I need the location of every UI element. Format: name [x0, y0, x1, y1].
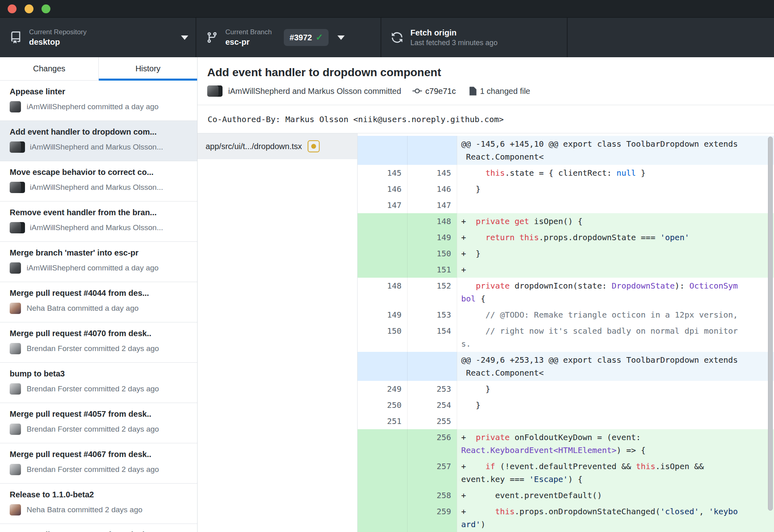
- commit-list-item[interactable]: Release to 1.1.0-beta2Neha Batra committ…: [0, 484, 197, 524]
- repository-name: desktop: [29, 37, 87, 47]
- commit-item-meta-text: Brendan Forster committed 2 days ago: [27, 465, 159, 474]
- code-token: s.: [461, 339, 471, 349]
- avatar: [10, 222, 25, 233]
- diff-code-line: private dropdownIcon(state: DropdownStat…: [461, 279, 768, 292]
- code-token: this: [520, 233, 539, 242]
- commit-item-title: Merge pull request #4067 from desk..: [10, 450, 190, 459]
- diff-code-line: + this.props.onDropdownStateChanged('clo…: [461, 505, 768, 518]
- commit-description: Co-Authored-By: Markus Olsson <niik@user…: [198, 105, 774, 133]
- diff-new-line-number: 150: [407, 245, 457, 262]
- diff-code-cell: + this.props.onDropdownStateChanged('clo…: [457, 503, 774, 532]
- avatar: [10, 182, 21, 193]
- commit-item-title: Release to 1.1.0-beta2: [10, 490, 190, 499]
- diff-code-line: + event.preventDefault(): [461, 489, 768, 502]
- code-token: ): [481, 520, 485, 529]
- branch-selector[interactable]: Current Branch esc-pr #3972 ✓: [196, 18, 381, 57]
- diff-code-line: + private get isOpen() {: [461, 215, 768, 228]
- code-token: onFoldoutKeyDown = (event:: [510, 432, 645, 442]
- tab-changes[interactable]: Changes: [0, 57, 99, 80]
- sidebar-tabs: Changes History: [0, 57, 197, 81]
- code-token: // @TODO: Remake triangle octicon in a 1…: [461, 310, 738, 320]
- avatar: [10, 504, 22, 515]
- avatar: [207, 85, 223, 97]
- code-token: event.key ===: [461, 474, 529, 484]
- diff-code-line: event.key === 'Escape') {: [461, 473, 768, 486]
- commit-list-item[interactable]: Merge pull request #4067 from desk..Bren…: [0, 443, 197, 484]
- diff-row: 258+ event.preventDefault(): [358, 487, 774, 503]
- commit-list-item[interactable]: Add event handler to dropdown com...iAmW…: [0, 121, 197, 161]
- code-token: @@ -145,6 +145,10 @@ export class Toolba…: [461, 139, 738, 149]
- code-token: ) => {: [616, 445, 645, 455]
- commit-item-title: Add event handler to dropdown com...: [10, 127, 190, 137]
- close-button[interactable]: [8, 4, 17, 13]
- commit-item-meta: iAmWillShepherd committed a day ago: [10, 262, 190, 274]
- commit-list-item[interactable]: Merge pull request #4057 from desk..Bren…: [0, 403, 197, 443]
- code-token: {: [476, 294, 485, 303]
- code-token: ) {: [568, 474, 583, 484]
- pr-number: #3972: [289, 33, 312, 42]
- avatar: [10, 262, 22, 274]
- code-token: [514, 233, 519, 242]
- diff-code-cell: [457, 197, 774, 213]
- repository-selector[interactable]: Current Repository desktop: [0, 18, 196, 57]
- diff-code-line: }: [461, 382, 768, 395]
- commit-item-meta: iAmWillShepherd and Markus Olsson...: [10, 182, 190, 193]
- commit-item-title: Appease linter: [10, 87, 190, 96]
- diff-old-line-number: 145: [358, 165, 407, 181]
- commit-item-meta-text: iAmWillShepherd committed a day ago: [27, 264, 158, 272]
- diff-code-line: [461, 415, 768, 428]
- branch-name: esc-pr: [225, 37, 272, 47]
- diff-row: 148152 private dropdownIcon(state: Dropd…: [358, 278, 774, 307]
- diff-code-line: + }: [461, 247, 768, 260]
- diff-row: 147147: [358, 197, 774, 213]
- commit-list-item[interactable]: Merge pull request #4044 from des...Neha…: [0, 282, 197, 322]
- toolbar: Current Repository desktop Current Branc…: [0, 18, 774, 57]
- code-token: null: [616, 168, 636, 178]
- avatar: [10, 222, 21, 233]
- commit-list-item[interactable]: Merge branch 'master' into esc-priAmWill…: [0, 242, 197, 282]
- diff-row: 250254 }: [358, 397, 774, 413]
- diff-row: 145145 this.state = { clientRect: null }: [358, 165, 774, 181]
- diff-old-line-number: 147: [358, 197, 407, 213]
- commit-item-meta-text: Brendan Forster committed 2 days ago: [27, 344, 159, 353]
- commit-list-item[interactable]: Merge pull request #4070 from desk..Bren…: [0, 322, 197, 363]
- scrollbar[interactable]: [768, 137, 773, 511]
- diff-code-line: // @TODO: Remake triangle octicon in a 1…: [461, 308, 768, 321]
- code-token: React.Component<: [461, 152, 544, 162]
- fetch-title: Fetch origin: [410, 28, 497, 37]
- avatar: [10, 303, 22, 314]
- toolbar-filler: [568, 18, 774, 57]
- commit-history-list: Appease linteriAmWillShepherd committed …: [0, 81, 197, 532]
- content: Changes History Appease linteriAmWillShe…: [0, 57, 774, 532]
- commit-list-item[interactable]: Remove event handler from the bran...iAm…: [0, 202, 197, 242]
- diff-code-line: React.KeyboardEvent<HTMLElement>) => {: [461, 444, 768, 457]
- diff-code-line: this.state = { clientRect: null }: [461, 166, 768, 179]
- commit-list-item[interactable]: Move escape behavior to correct co...iAm…: [0, 161, 197, 202]
- diff-code-cell: + private get isOpen() {: [457, 213, 774, 229]
- commit-meta: iAmWillShepherd and Markus Olsson commit…: [207, 85, 764, 97]
- commit-item-meta: Neha Batra committed a day ago: [10, 303, 190, 314]
- code-token: +: [461, 432, 476, 442]
- tab-history[interactable]: History: [99, 57, 197, 80]
- file-list-item[interactable]: app/src/ui/t.../dropdown.tsx: [198, 133, 357, 159]
- zoom-button[interactable]: [42, 4, 50, 13]
- code-token: +: [461, 265, 466, 274]
- chevron-down-icon: [337, 35, 345, 40]
- minimize-button[interactable]: [25, 4, 33, 13]
- diff-code-line: }: [461, 399, 768, 411]
- commit-list-item[interactable]: Appease linteriAmWillShepherd committed …: [0, 81, 197, 121]
- commit-list-item[interactable]: bump to beta3Brendan Forster committed 2…: [0, 363, 197, 403]
- fetch-origin-button[interactable]: Fetch origin Last fetched 3 minutes ago: [381, 18, 568, 57]
- sidebar: Changes History Appease linteriAmWillShe…: [0, 57, 198, 532]
- diff-new-line-number: 149: [407, 229, 457, 245]
- changed-files-list: app/src/ui/t.../dropdown.tsx: [198, 133, 358, 532]
- commit-item-title: Remove event handler from the bran...: [10, 208, 190, 217]
- commit-item-meta-text: Brendan Forster committed 2 days ago: [27, 384, 159, 393]
- repository-label: Current Repository: [29, 28, 87, 36]
- github-desktop-window: Current Repository desktop Current Branc…: [0, 0, 774, 532]
- diff-code-cell: + private onFoldoutKeyDown = (event: Rea…: [457, 429, 774, 458]
- commit-detail-header: Add event handler to dropdown component …: [198, 57, 774, 105]
- diff-row: 150+ }: [358, 245, 774, 262]
- commit-item-meta-text: Neha Batra committed a day ago: [27, 304, 139, 313]
- commit-list-item[interactable]: Merge pull request #4053 from desk..: [0, 524, 197, 532]
